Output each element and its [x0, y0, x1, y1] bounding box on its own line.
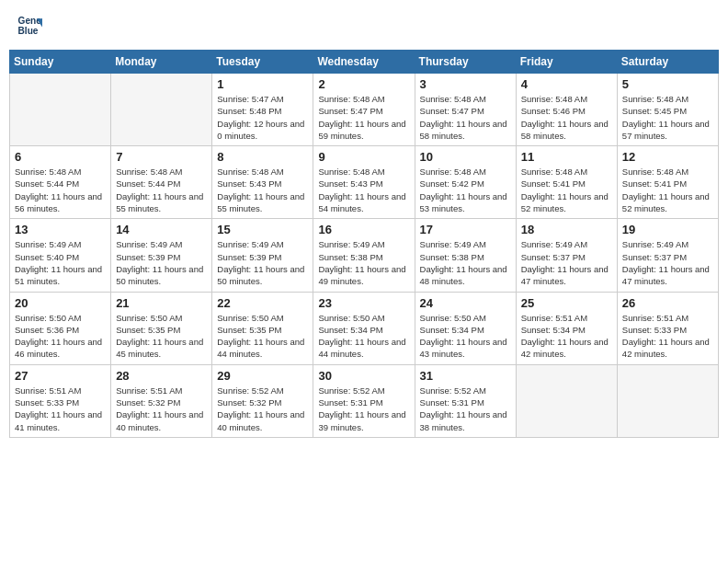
- calendar-cell: 3Sunrise: 5:48 AMSunset: 5:47 PMDaylight…: [415, 74, 516, 146]
- calendar-cell: 7Sunrise: 5:48 AMSunset: 5:44 PMDaylight…: [111, 146, 212, 219]
- day-number: 9: [318, 150, 409, 164]
- day-info: Sunrise: 5:50 AMSunset: 5:35 PMDaylight:…: [116, 312, 207, 361]
- day-info: Sunrise: 5:48 AMSunset: 5:43 PMDaylight:…: [318, 166, 409, 214]
- day-info: Sunrise: 5:52 AMSunset: 5:31 PMDaylight:…: [318, 385, 409, 433]
- calendar-cell: 5Sunrise: 5:48 AMSunset: 5:45 PMDaylight…: [617, 74, 718, 146]
- logo-icon: General Blue: [17, 13, 42, 39]
- day-number: 30: [318, 369, 409, 383]
- calendar-cell: 24Sunrise: 5:50 AMSunset: 5:34 PMDayligh…: [415, 292, 516, 364]
- day-info: Sunrise: 5:51 AMSunset: 5:32 PMDaylight:…: [116, 385, 207, 433]
- day-info: Sunrise: 5:49 AMSunset: 5:37 PMDaylight:…: [521, 238, 612, 287]
- weekday-header: Thursday: [415, 51, 516, 74]
- day-info: Sunrise: 5:49 AMSunset: 5:40 PMDaylight:…: [15, 238, 106, 287]
- day-info: Sunrise: 5:48 AMSunset: 5:46 PMDaylight:…: [521, 93, 612, 142]
- weekday-header: Friday: [516, 51, 617, 74]
- day-info: Sunrise: 5:48 AMSunset: 5:42 PMDaylight:…: [420, 166, 511, 214]
- weekday-header: Wednesday: [313, 51, 415, 74]
- day-number: 16: [318, 223, 409, 236]
- day-number: 22: [217, 296, 308, 310]
- calendar-cell: 11Sunrise: 5:48 AMSunset: 5:41 PMDayligh…: [516, 146, 617, 219]
- calendar-header-row: SundayMondayTuesdayWednesdayThursdayFrid…: [10, 51, 719, 74]
- day-info: Sunrise: 5:49 AMSunset: 5:39 PMDaylight:…: [116, 238, 207, 287]
- weekday-header: Saturday: [617, 51, 718, 74]
- day-number: 13: [15, 223, 106, 236]
- day-number: 15: [217, 223, 308, 236]
- day-info: Sunrise: 5:50 AMSunset: 5:36 PMDaylight:…: [15, 312, 106, 361]
- calendar-cell: 12Sunrise: 5:48 AMSunset: 5:41 PMDayligh…: [617, 146, 718, 219]
- day-number: 26: [622, 296, 713, 310]
- calendar-cell: 15Sunrise: 5:49 AMSunset: 5:39 PMDayligh…: [212, 219, 313, 292]
- calendar-cell: 6Sunrise: 5:48 AMSunset: 5:44 PMDaylight…: [10, 146, 111, 219]
- day-info: Sunrise: 5:48 AMSunset: 5:47 PMDaylight:…: [420, 93, 511, 142]
- day-number: 20: [15, 296, 106, 310]
- day-number: 10: [420, 150, 511, 164]
- weekday-header: Tuesday: [212, 51, 313, 74]
- calendar-cell: 20Sunrise: 5:50 AMSunset: 5:36 PMDayligh…: [10, 292, 111, 364]
- day-info: Sunrise: 5:49 AMSunset: 5:38 PMDaylight:…: [318, 238, 409, 287]
- calendar-cell: 26Sunrise: 5:51 AMSunset: 5:33 PMDayligh…: [617, 292, 718, 364]
- day-info: Sunrise: 5:48 AMSunset: 5:44 PMDaylight:…: [15, 166, 106, 214]
- calendar-cell: 4Sunrise: 5:48 AMSunset: 5:46 PMDaylight…: [516, 74, 617, 146]
- day-number: 31: [420, 369, 511, 383]
- day-info: Sunrise: 5:51 AMSunset: 5:33 PMDaylight:…: [622, 312, 713, 361]
- day-number: 29: [217, 369, 308, 383]
- calendar-cell: 10Sunrise: 5:48 AMSunset: 5:42 PMDayligh…: [415, 146, 516, 219]
- calendar-cell: 9Sunrise: 5:48 AMSunset: 5:43 PMDaylight…: [313, 146, 415, 219]
- calendar-cell: 16Sunrise: 5:49 AMSunset: 5:38 PMDayligh…: [313, 219, 415, 292]
- day-info: Sunrise: 5:50 AMSunset: 5:34 PMDaylight:…: [318, 312, 409, 361]
- calendar-cell: 18Sunrise: 5:49 AMSunset: 5:37 PMDayligh…: [516, 219, 617, 292]
- day-number: 27: [15, 369, 106, 383]
- day-number: 4: [521, 77, 612, 91]
- day-number: 3: [420, 77, 511, 91]
- calendar-cell: 2Sunrise: 5:48 AMSunset: 5:47 PMDaylight…: [313, 74, 415, 146]
- day-info: Sunrise: 5:52 AMSunset: 5:31 PMDaylight:…: [420, 385, 511, 433]
- day-info: Sunrise: 5:51 AMSunset: 5:34 PMDaylight:…: [521, 312, 612, 361]
- calendar-cell: 13Sunrise: 5:49 AMSunset: 5:40 PMDayligh…: [10, 219, 111, 292]
- day-info: Sunrise: 5:48 AMSunset: 5:44 PMDaylight:…: [116, 166, 207, 214]
- day-info: Sunrise: 5:47 AMSunset: 5:48 PMDaylight:…: [217, 93, 308, 142]
- calendar-cell: [516, 364, 617, 437]
- day-number: 5: [622, 77, 713, 91]
- calendar-cell: [10, 74, 111, 146]
- calendar-week-row: 1Sunrise: 5:47 AMSunset: 5:48 PMDaylight…: [10, 74, 719, 146]
- day-number: 8: [217, 150, 308, 164]
- page-header: General Blue: [9, 9, 719, 42]
- day-number: 14: [116, 223, 207, 236]
- calendar-table: SundayMondayTuesdayWednesdayThursdayFrid…: [9, 50, 719, 438]
- day-number: 19: [622, 223, 713, 236]
- svg-text:Blue: Blue: [18, 26, 39, 36]
- day-info: Sunrise: 5:48 AMSunset: 5:43 PMDaylight:…: [217, 166, 308, 214]
- logo: General Blue: [17, 13, 46, 39]
- day-info: Sunrise: 5:52 AMSunset: 5:32 PMDaylight:…: [217, 385, 308, 433]
- day-number: 7: [116, 150, 207, 164]
- day-info: Sunrise: 5:48 AMSunset: 5:41 PMDaylight:…: [521, 166, 612, 214]
- day-number: 6: [15, 150, 106, 164]
- day-info: Sunrise: 5:50 AMSunset: 5:35 PMDaylight:…: [217, 312, 308, 361]
- day-number: 1: [217, 77, 308, 91]
- day-number: 17: [420, 223, 511, 236]
- day-number: 2: [318, 77, 409, 91]
- day-number: 25: [521, 296, 612, 310]
- calendar-cell: 29Sunrise: 5:52 AMSunset: 5:32 PMDayligh…: [212, 364, 313, 437]
- day-number: 23: [318, 296, 409, 310]
- calendar-cell: 14Sunrise: 5:49 AMSunset: 5:39 PMDayligh…: [111, 219, 212, 292]
- calendar-cell: [111, 74, 212, 146]
- calendar-cell: 31Sunrise: 5:52 AMSunset: 5:31 PMDayligh…: [415, 364, 516, 437]
- day-number: 11: [521, 150, 612, 164]
- day-info: Sunrise: 5:49 AMSunset: 5:38 PMDaylight:…: [420, 238, 511, 287]
- day-info: Sunrise: 5:50 AMSunset: 5:34 PMDaylight:…: [420, 312, 511, 361]
- day-info: Sunrise: 5:48 AMSunset: 5:41 PMDaylight:…: [622, 166, 713, 214]
- calendar-cell: 30Sunrise: 5:52 AMSunset: 5:31 PMDayligh…: [313, 364, 415, 437]
- calendar-cell: 28Sunrise: 5:51 AMSunset: 5:32 PMDayligh…: [111, 364, 212, 437]
- day-info: Sunrise: 5:51 AMSunset: 5:33 PMDaylight:…: [15, 385, 106, 433]
- calendar-week-row: 6Sunrise: 5:48 AMSunset: 5:44 PMDaylight…: [10, 146, 719, 219]
- day-info: Sunrise: 5:48 AMSunset: 5:45 PMDaylight:…: [622, 93, 713, 142]
- calendar-week-row: 20Sunrise: 5:50 AMSunset: 5:36 PMDayligh…: [10, 292, 719, 364]
- calendar-week-row: 13Sunrise: 5:49 AMSunset: 5:40 PMDayligh…: [10, 219, 719, 292]
- calendar-cell: 23Sunrise: 5:50 AMSunset: 5:34 PMDayligh…: [313, 292, 415, 364]
- day-number: 28: [116, 369, 207, 383]
- calendar-week-row: 27Sunrise: 5:51 AMSunset: 5:33 PMDayligh…: [10, 364, 719, 437]
- calendar-cell: 17Sunrise: 5:49 AMSunset: 5:38 PMDayligh…: [415, 219, 516, 292]
- calendar-cell: 22Sunrise: 5:50 AMSunset: 5:35 PMDayligh…: [212, 292, 313, 364]
- weekday-header: Monday: [111, 51, 212, 74]
